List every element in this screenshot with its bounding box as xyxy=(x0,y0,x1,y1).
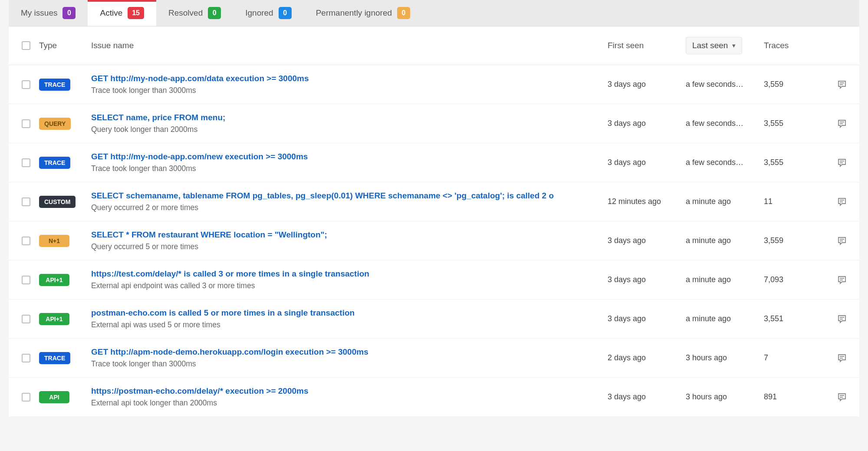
comment-icon[interactable] xyxy=(837,314,847,324)
table-row: APIhttps://postman-echo.com/delay/* exec… xyxy=(9,378,859,416)
table-row: TRACEGET http://my-node-app.com/data exe… xyxy=(9,65,859,104)
comment-icon[interactable] xyxy=(837,197,847,207)
issue-subtitle: Trace took longer than 3000ms xyxy=(91,86,608,95)
issue-subtitle: External api endpoint was called 3 or mo… xyxy=(91,281,608,290)
table-row: TRACEGET http://apm-node-demo.herokuapp.… xyxy=(9,339,859,378)
last-seen-value: a minute ago xyxy=(686,197,764,206)
issue-subtitle: Trace took longer than 3000ms xyxy=(91,359,608,369)
row-checkbox[interactable] xyxy=(22,315,30,323)
select-all-checkbox[interactable] xyxy=(22,41,30,50)
tab-count-badge: 0 xyxy=(279,7,292,19)
tab-label: Permanently ignored xyxy=(316,8,392,18)
tab-ignored[interactable]: Ignored0 xyxy=(233,0,303,26)
tab-label: Active xyxy=(100,8,122,18)
type-pill: QUERY xyxy=(39,118,71,130)
comment-icon[interactable] xyxy=(837,158,847,168)
tab-count-badge: 0 xyxy=(397,7,410,19)
issue-subtitle: External api was used 5 or more times xyxy=(91,320,608,329)
first-seen-value: 3 days ago xyxy=(608,314,686,323)
table-row: CUSTOMSELECT schemaname, tablename FROM … xyxy=(9,182,859,221)
tab-count-badge: 0 xyxy=(62,7,76,19)
tab-label: Ignored xyxy=(245,8,273,18)
type-pill: API+1 xyxy=(39,313,69,325)
last-seen-value: a minute ago xyxy=(686,236,764,245)
traces-value: 891 xyxy=(764,392,829,402)
tab-active[interactable]: Active15 xyxy=(88,0,156,26)
comment-icon[interactable] xyxy=(837,392,847,402)
table-row: QUERYSELECT name, price FROM menu;Query … xyxy=(9,104,859,143)
comment-icon[interactable] xyxy=(837,236,847,246)
table-row: TRACEGET http://my-node-app.com/new exec… xyxy=(9,143,859,182)
row-checkbox[interactable] xyxy=(22,393,30,402)
col-header-issue-name: Issue name xyxy=(91,41,608,50)
row-checkbox[interactable] xyxy=(22,276,30,284)
last-seen-value: a minute ago xyxy=(686,275,764,284)
issue-subtitle: External api took longer than 2000ms xyxy=(91,398,608,408)
first-seen-value: 12 minutes ago xyxy=(608,197,686,206)
col-header-traces: Traces xyxy=(764,41,829,50)
tab-label: Resolved xyxy=(168,8,203,18)
col-header-last-seen-sort[interactable]: Last seen ▾ xyxy=(686,37,742,54)
tab-count-badge: 0 xyxy=(208,7,221,19)
traces-value: 3,555 xyxy=(764,119,829,128)
issue-title-link[interactable]: SELECT * FROM restaurant WHERE location … xyxy=(91,230,608,240)
chevron-down-icon: ▾ xyxy=(732,42,736,49)
comment-icon[interactable] xyxy=(837,353,847,363)
tab-my-issues[interactable]: My issues0 xyxy=(9,0,88,26)
type-pill: CUSTOM xyxy=(39,196,76,208)
table-row: N+1SELECT * FROM restaurant WHERE locati… xyxy=(9,221,859,260)
tabs: My issues0Active15Resolved0Ignored0Perma… xyxy=(9,0,859,26)
last-seen-value: a minute ago xyxy=(686,314,764,323)
tab-resolved[interactable]: Resolved0 xyxy=(156,0,233,26)
first-seen-value: 3 days ago xyxy=(608,275,686,284)
traces-value: 3,559 xyxy=(764,236,829,245)
col-header-type: Type xyxy=(39,41,91,50)
table-row: API+1https://test.com/delay/* is called … xyxy=(9,260,859,300)
row-checkbox[interactable] xyxy=(22,158,30,167)
issue-title-link[interactable]: GET http://my-node-app.com/new execution… xyxy=(91,152,608,161)
first-seen-value: 3 days ago xyxy=(608,158,686,167)
first-seen-value: 2 days ago xyxy=(608,353,686,362)
row-checkbox[interactable] xyxy=(22,80,30,89)
tab-label: My issues xyxy=(21,8,57,18)
table-row: API+1postman-echo.com is called 5 or mor… xyxy=(9,300,859,339)
issue-subtitle: Query took longer than 2000ms xyxy=(91,125,608,134)
first-seen-value: 3 days ago xyxy=(608,236,686,245)
first-seen-value: 3 days ago xyxy=(608,392,686,402)
issue-title-link[interactable]: SELECT name, price FROM menu; xyxy=(91,113,608,122)
row-checkbox[interactable] xyxy=(22,198,30,206)
row-checkbox[interactable] xyxy=(22,354,30,362)
traces-value: 7 xyxy=(764,353,829,362)
issue-subtitle: Query occurred 2 or more times xyxy=(91,203,608,212)
last-seen-value: a few seconds… xyxy=(686,158,764,167)
type-pill: TRACE xyxy=(39,157,70,169)
last-seen-value: a few seconds… xyxy=(686,80,764,89)
comment-icon[interactable] xyxy=(837,275,847,285)
type-pill: API+1 xyxy=(39,274,69,286)
issue-title-link[interactable]: SELECT schemaname, tablename FROM pg_tab… xyxy=(91,191,608,201)
issue-title-link[interactable]: GET http://apm-node-demo.herokuapp.com/l… xyxy=(91,347,608,357)
traces-value: 7,093 xyxy=(764,275,829,284)
issue-title-link[interactable]: GET http://my-node-app.com/data executio… xyxy=(91,74,608,83)
type-pill: API xyxy=(39,391,69,403)
tab-count-badge: 15 xyxy=(128,7,144,19)
row-checkbox[interactable] xyxy=(22,119,30,128)
col-header-last-seen-label: Last seen xyxy=(692,41,728,50)
row-checkbox[interactable] xyxy=(22,237,30,245)
comment-icon[interactable] xyxy=(837,79,847,90)
tab-permanently-ignored[interactable]: Permanently ignored0 xyxy=(304,0,422,26)
last-seen-value: a few seconds… xyxy=(686,119,764,128)
traces-value: 3,551 xyxy=(764,314,829,323)
issue-subtitle: Query occurred 5 or more times xyxy=(91,242,608,251)
issue-title-link[interactable]: https://postman-echo.com/delay/* executi… xyxy=(91,386,608,396)
issue-title-link[interactable]: postman-echo.com is called 5 or more tim… xyxy=(91,308,608,318)
comment-icon[interactable] xyxy=(837,119,847,129)
col-header-first-seen: First seen xyxy=(608,41,686,50)
first-seen-value: 3 days ago xyxy=(608,119,686,128)
table-header: Type Issue name First seen Last seen ▾ T… xyxy=(9,26,859,65)
issues-table: Type Issue name First seen Last seen ▾ T… xyxy=(9,26,859,416)
last-seen-value: 3 hours ago xyxy=(686,353,764,362)
traces-value: 3,559 xyxy=(764,80,829,89)
type-pill: TRACE xyxy=(39,79,70,91)
issue-title-link[interactable]: https://test.com/delay/* is called 3 or … xyxy=(91,269,608,279)
